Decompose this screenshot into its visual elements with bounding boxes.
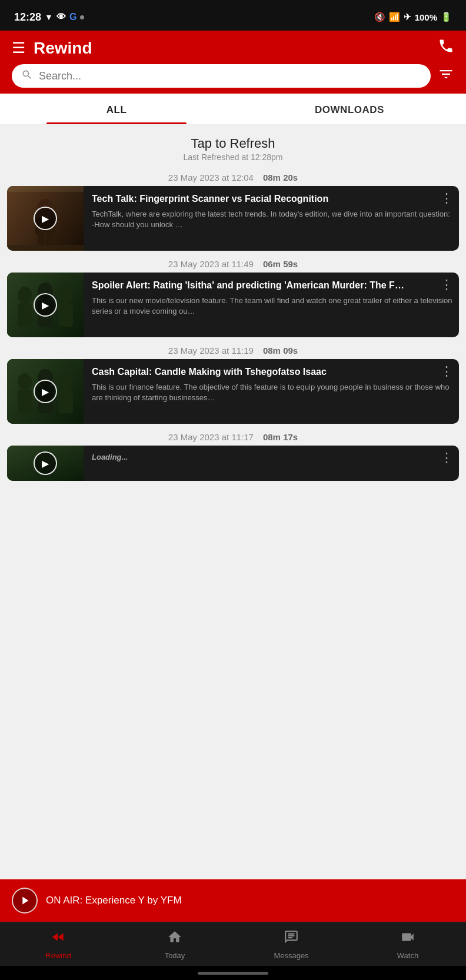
duration-3: 08m 09s: [263, 346, 298, 356]
svg-rect-18: [59, 390, 73, 413]
header-left: ☰ Rewind: [12, 39, 92, 58]
nav-rewind[interactable]: Rewind: [0, 922, 116, 966]
card-body-1: Tech Talk: Fingerprint Scanner vs Facial…: [84, 186, 459, 251]
svg-point-13: [18, 373, 32, 390]
menu-button[interactable]: ☰: [12, 39, 25, 57]
battery-label: 100%: [415, 12, 437, 22]
nav-today[interactable]: Today: [116, 922, 233, 966]
svg-rect-7: [18, 303, 32, 327]
date-1: 23 May 2023 at 12:04: [168, 172, 254, 182]
battery-icon: 🔋: [441, 12, 452, 22]
wifi-icon: 📶: [389, 12, 400, 22]
card-body-4: Loading...: [84, 446, 459, 481]
spacer: [0, 481, 466, 490]
nav-watch[interactable]: Watch: [350, 922, 466, 966]
google-icon: G: [69, 12, 76, 22]
timestamp-row-3: 23 May 2023 at 11:19 08m 09s: [0, 340, 466, 359]
timestamp-row-2: 23 May 2023 at 11:49 06m 59s: [0, 253, 466, 273]
dot-icon: [80, 15, 84, 19]
nav-messages[interactable]: Messages: [233, 922, 350, 966]
svg-rect-11: [59, 303, 73, 327]
nav-watch-label: Watch: [397, 951, 418, 960]
status-right: 🔇 📶 ✈ 100% 🔋: [374, 12, 452, 22]
episode-card-4[interactable]: ▶ Loading... ⋮: [7, 446, 459, 481]
status-left: 12:28 ▼ 👁 G: [14, 11, 84, 24]
app-header: ☰ Rewind: [0, 31, 466, 94]
play-button-1[interactable]: ▶: [34, 207, 57, 230]
message-icon: [283, 929, 299, 949]
more-options-3[interactable]: ⋮: [440, 365, 453, 378]
card-title-1: Tech Talk: Fingerprint Scanner vs Facial…: [92, 193, 453, 205]
time-label: 12:28: [14, 11, 41, 24]
card-desc-3: This is our finance feature. The objecti…: [92, 382, 453, 403]
eye-icon: 👁: [56, 12, 66, 22]
svg-rect-14: [18, 390, 32, 413]
card-desc-1: TechTalk, where are exploring the latest…: [92, 209, 453, 230]
svg-rect-4: [46, 235, 53, 245]
airplane-icon: ✈: [404, 12, 411, 22]
home-indicator: [0, 966, 466, 980]
refresh-subtitle: Last Refreshed at 12:28pm: [0, 152, 466, 162]
date-3: 23 May 2023 at 11:19: [168, 346, 254, 356]
tab-all[interactable]: ALL: [0, 94, 233, 124]
nav-messages-label: Messages: [274, 951, 308, 960]
card-title-3: Cash Capital: Candle Making with Tshegof…: [92, 366, 453, 378]
thumb-1: ▶: [7, 186, 84, 251]
nav-today-label: Today: [165, 951, 185, 960]
play-button-4[interactable]: ▶: [34, 451, 57, 475]
header-top: ☰ Rewind: [12, 38, 454, 58]
search-icon: [21, 69, 33, 83]
search-input[interactable]: [39, 70, 421, 82]
svg-point-10: [59, 287, 73, 303]
more-options-1[interactable]: ⋮: [440, 192, 453, 205]
refresh-title: Tap to Refresh: [0, 136, 466, 151]
filter-button[interactable]: [438, 66, 454, 87]
mute-icon: 🔇: [374, 12, 385, 22]
more-options-2[interactable]: ⋮: [440, 278, 453, 291]
episode-card-1[interactable]: ▶ Tech Talk: Fingerprint Scanner vs Faci…: [7, 186, 459, 251]
card-desc-2: This is our new movie/television feature…: [92, 295, 453, 317]
bottom-nav: Rewind Today Messages: [0, 922, 466, 966]
status-bar: 12:28 ▼ 👁 G 🔇 📶 ✈ 100% 🔋: [0, 0, 466, 31]
refresh-section[interactable]: Tap to Refresh Last Refreshed at 12:28pm: [0, 125, 466, 167]
card-body-2: Spoiler Alert: Rating 'Isitha' and predi…: [84, 273, 459, 337]
card-title-4: Loading...: [92, 453, 453, 463]
thumb-4: ▶: [7, 446, 84, 481]
card-body-3: Cash Capital: Candle Making with Tshegof…: [84, 359, 459, 424]
now-playing-label: ON AIR: Experience Y by YFM: [46, 895, 182, 906]
app-title: Rewind: [34, 39, 92, 58]
episode-card-2[interactable]: ▶ Spoiler Alert: Rating 'Isitha' and pre…: [7, 273, 459, 337]
rewind-icon: [49, 929, 67, 949]
phone-frame: 12:28 ▼ 👁 G 🔇 📶 ✈ 100% 🔋 ☰ Rewind: [0, 0, 466, 980]
duration-4: 08m 17s: [263, 432, 298, 442]
home-bar: [198, 972, 268, 975]
phone-button[interactable]: [438, 38, 454, 58]
home-icon: [167, 929, 183, 949]
play-button-3[interactable]: ▶: [34, 380, 57, 403]
tab-downloads[interactable]: DOWNLOADS: [233, 94, 466, 124]
episode-card-3[interactable]: ▶ Cash Capital: Candle Making with Tsheg…: [7, 359, 459, 424]
date-2: 23 May 2023 at 11:49: [168, 259, 254, 269]
nav-rewind-label: Rewind: [45, 951, 71, 960]
thumb-2: ▶: [7, 273, 84, 337]
more-options-4[interactable]: ⋮: [440, 451, 453, 464]
date-4: 23 May 2023 at 11:17: [168, 432, 254, 442]
now-playing-icon: [12, 888, 38, 913]
timestamp-row-4: 23 May 2023 at 11:17 08m 17s: [0, 426, 466, 446]
tab-bar: ALL DOWNLOADS: [0, 94, 466, 125]
svg-point-17: [59, 373, 73, 390]
thumb-3: ▶: [7, 359, 84, 424]
card-title-2: Spoiler Alert: Rating 'Isitha' and predi…: [92, 280, 453, 292]
search-bar: [12, 64, 431, 88]
play-button-2[interactable]: ▶: [34, 293, 57, 317]
timestamp-row-1: 23 May 2023 at 12:04 08m 20s: [0, 167, 466, 186]
duration-2: 06m 59s: [263, 259, 298, 269]
main-content: Tap to Refresh Last Refreshed at 12:28pm…: [0, 125, 466, 879]
search-row: [12, 64, 454, 88]
duration-1: 08m 20s: [263, 172, 298, 182]
svg-rect-3: [38, 235, 45, 245]
now-playing-bar[interactable]: ON AIR: Experience Y by YFM: [0, 879, 466, 922]
video-icon: [399, 929, 417, 949]
svg-point-6: [18, 287, 32, 303]
signal-icon: ▼: [45, 12, 53, 22]
